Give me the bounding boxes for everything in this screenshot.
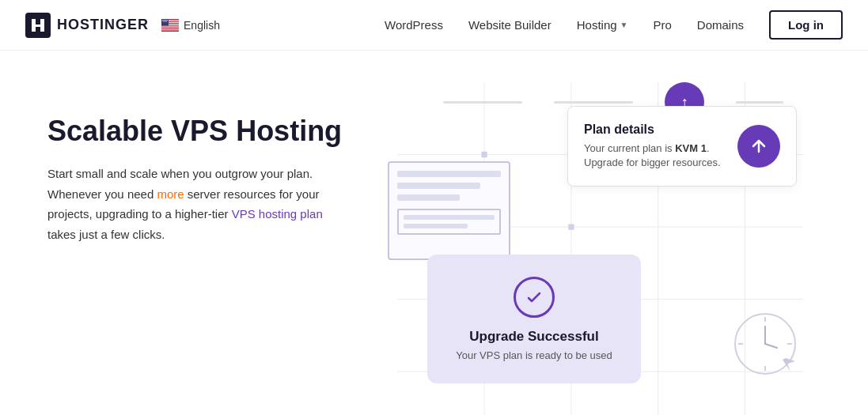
svg-point-9 bbox=[162, 19, 163, 20]
logo[interactable]: HOSTINGER bbox=[25, 13, 149, 38]
nav-item-wordpress[interactable]: WordPress bbox=[385, 18, 443, 32]
left-content: Scalable VPS Hosting Start small and sca… bbox=[47, 82, 380, 244]
flag-icon bbox=[161, 19, 179, 32]
clock-illustration bbox=[726, 304, 805, 383]
plan-details-desc: Your current plan is KVM 1. Upgrade for … bbox=[584, 141, 725, 170]
arrow-up-icon bbox=[749, 137, 768, 156]
upgrade-success-subtitle: Your VPS plan is ready to be used bbox=[446, 349, 622, 361]
main-content: Scalable VPS Hosting Start small and sca… bbox=[0, 51, 868, 415]
success-check-circle bbox=[514, 277, 555, 318]
svg-point-14 bbox=[163, 21, 164, 21]
logo-icon bbox=[25, 13, 51, 38]
main-description: Start small and scale when you outgrow y… bbox=[47, 164, 340, 244]
screen-line-full bbox=[397, 171, 501, 177]
logo-text: HOSTINGER bbox=[57, 17, 149, 33]
login-button[interactable]: Log in bbox=[769, 10, 843, 40]
plan-details-card: Plan details Your current plan is KVM 1.… bbox=[567, 106, 797, 187]
nav-item-domains[interactable]: Domains bbox=[697, 18, 744, 32]
desc-highlight-vps: VPS hosting plan bbox=[232, 207, 323, 221]
screen-inner-box bbox=[397, 209, 501, 235]
nav-item-website-builder[interactable]: Website Builder bbox=[468, 18, 552, 32]
svg-rect-26 bbox=[481, 152, 487, 157]
language-selector[interactable]: English bbox=[161, 19, 220, 32]
screen-inner-line-1 bbox=[404, 215, 495, 220]
upgrade-success-card: Upgrade Successful Your VPS plan is read… bbox=[427, 255, 641, 383]
plan-name: KVM 1 bbox=[675, 142, 707, 154]
checkmark-icon bbox=[525, 288, 544, 307]
upgrade-circle bbox=[737, 125, 780, 168]
svg-rect-30 bbox=[568, 224, 574, 229]
plan-text: Plan details Your current plan is KVM 1.… bbox=[584, 123, 725, 170]
plan-details-title: Plan details bbox=[584, 123, 725, 137]
progress-line-3 bbox=[736, 101, 783, 104]
svg-rect-6 bbox=[161, 27, 179, 28]
desc-highlight-more: more bbox=[157, 187, 184, 201]
svg-point-13 bbox=[167, 19, 168, 20]
svg-rect-7 bbox=[161, 29, 179, 30]
hosting-chevron-icon: ▼ bbox=[620, 21, 628, 29]
screen-mockup bbox=[388, 161, 510, 260]
desc-part3: takes just a few clicks. bbox=[47, 228, 165, 241]
navbar-nav: WordPress Website Builder Hosting ▼ Pro … bbox=[385, 10, 843, 40]
svg-line-39 bbox=[765, 344, 777, 348]
screen-line-short bbox=[397, 194, 460, 201]
progress-line-1 bbox=[443, 101, 522, 104]
page-title: Scalable VPS Hosting bbox=[47, 114, 380, 148]
upgrade-success-title: Upgrade Successful bbox=[446, 329, 622, 345]
svg-point-16 bbox=[165, 21, 166, 21]
right-illustration: ↑ Plan details Your current plan is KVM … bbox=[380, 82, 821, 415]
svg-point-12 bbox=[165, 19, 166, 20]
svg-point-10 bbox=[163, 19, 164, 20]
nav-item-pro[interactable]: Pro bbox=[653, 18, 671, 32]
screen-line-medium bbox=[397, 183, 480, 189]
navbar: HOSTINGER English bbox=[0, 0, 868, 51]
svg-marker-40 bbox=[783, 358, 795, 372]
svg-point-17 bbox=[166, 21, 167, 21]
navbar-left: HOSTINGER English bbox=[25, 13, 220, 38]
language-label: English bbox=[184, 19, 220, 32]
svg-point-11 bbox=[165, 19, 165, 20]
progress-line-2 bbox=[554, 101, 633, 104]
svg-point-15 bbox=[164, 21, 165, 21]
nav-item-hosting[interactable]: Hosting ▼ bbox=[577, 18, 628, 32]
clock-icon bbox=[726, 304, 805, 383]
screen-inner-line-2 bbox=[404, 224, 468, 228]
